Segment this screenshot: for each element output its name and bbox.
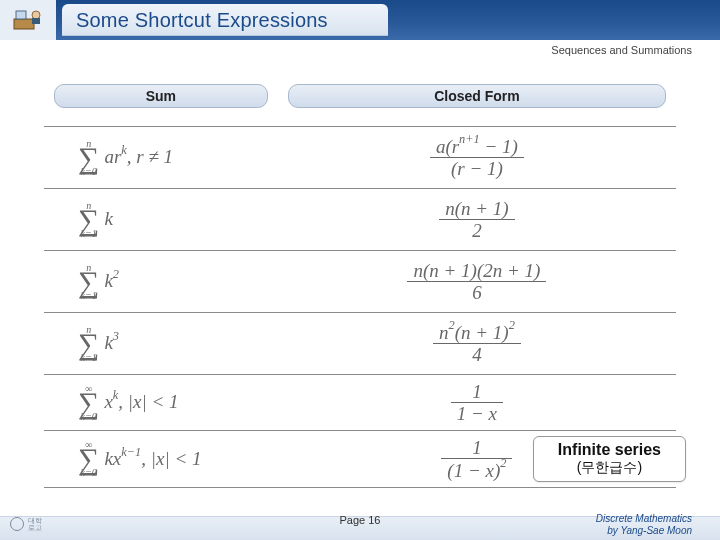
slide-header: Some Shortcut Expressions (0, 0, 720, 40)
title-pill: Some Shortcut Expressions (62, 4, 388, 36)
formula-table: Sum Closed Form n∑k=0ark, r ≠ 1a(rn+1 − … (44, 64, 676, 488)
callout-line2: (무한급수) (558, 459, 661, 477)
callout-box: Infinite series (무한급수) (533, 436, 686, 482)
credit-line-2: by Yang-Sae Moon (596, 525, 692, 537)
credit-line-1: Discrete Mathematics (596, 513, 692, 525)
table-row: n∑k=1k3n2(n + 1)24 (44, 312, 676, 374)
page-number: Page 16 (340, 514, 381, 526)
table-row: n∑k=1k2n(n + 1)(2n + 1)6 (44, 250, 676, 312)
svg-rect-3 (32, 18, 40, 24)
svg-rect-0 (14, 19, 34, 29)
svg-rect-1 (16, 11, 26, 19)
callout-line1: Infinite series (558, 441, 661, 459)
slide-title: Some Shortcut Expressions (76, 9, 328, 32)
header-icon (0, 0, 56, 40)
table-row: n∑k=0ark, r ≠ 1a(rn+1 − 1)(r − 1) (44, 126, 676, 188)
content-area: Sum Closed Form n∑k=0ark, r ≠ 1a(rn+1 − … (0, 40, 720, 488)
table-row: n∑k=1kn(n + 1)2 (44, 188, 676, 250)
footer-logo: 대학로고 (10, 514, 90, 534)
desk-icon (10, 5, 46, 35)
credits: Discrete Mathematics by Yang-Sae Moon (596, 513, 692, 536)
col-header-closed: Closed Form (288, 84, 666, 108)
svg-point-2 (32, 11, 40, 19)
slide-subtitle: Sequences and Summations (551, 44, 692, 56)
table-row: ∞∑k=0xk, |x| < 111 − x (44, 374, 676, 430)
col-header-sum: Sum (54, 84, 268, 108)
formula-rows: n∑k=0ark, r ≠ 1a(rn+1 − 1)(r − 1)n∑k=1kn… (44, 126, 676, 487)
